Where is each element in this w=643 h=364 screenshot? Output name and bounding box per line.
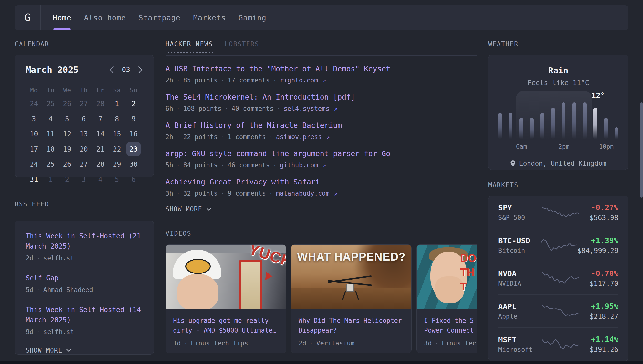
nav-tab-startpage[interactable]: Startpage bbox=[139, 5, 181, 30]
calendar-day[interactable]: 2 bbox=[125, 96, 142, 111]
market-row-msft[interactable]: MSFTMicrosoft+1.14%$391.26 bbox=[498, 328, 618, 360]
calendar-day[interactable]: 7 bbox=[92, 111, 109, 126]
market-sparkline bbox=[541, 238, 577, 253]
market-row-btc-usd[interactable]: BTC-USDBitcoin+1.39%$84,999.29 bbox=[498, 229, 618, 262]
calendar-day[interactable]: 6 bbox=[125, 172, 142, 187]
nav-tab-also-home[interactable]: Also home bbox=[84, 5, 126, 30]
video-thumbnail[interactable]: YUCK bbox=[166, 245, 286, 309]
rss-show-more-button[interactable]: SHOW MORE bbox=[26, 347, 143, 354]
news-item-link[interactable]: github.com ↗ bbox=[280, 162, 326, 169]
calendar-day[interactable]: 13 bbox=[76, 126, 92, 142]
calendar-day[interactable]: 21 bbox=[92, 142, 109, 157]
rss-item-title[interactable]: This Week in Self-Hosted (21 March 2025) bbox=[26, 231, 143, 252]
calendar-day-number: 29 bbox=[110, 157, 124, 171]
calendar-day[interactable]: 15 bbox=[109, 126, 125, 142]
rss-item-title[interactable]: This Week in Self-Hosted (14 March 2025) bbox=[26, 305, 143, 325]
calendar-day[interactable]: 25 bbox=[42, 96, 59, 111]
app-logo[interactable]: G bbox=[15, 5, 41, 30]
calendar-day[interactable]: 24 bbox=[26, 96, 42, 111]
nav-tab-markets[interactable]: Markets bbox=[193, 5, 226, 30]
video-thumbnail[interactable]: WHAT HAPPENED? bbox=[291, 245, 411, 309]
nav-tab-home[interactable]: Home bbox=[53, 5, 71, 30]
calendar-day[interactable]: 14 bbox=[92, 126, 109, 142]
news-item-link[interactable]: asimov.press ↗ bbox=[276, 133, 330, 140]
calendar-day[interactable]: 31 bbox=[26, 172, 42, 187]
calendar-day[interactable]: 27 bbox=[76, 157, 92, 172]
calendar-day[interactable]: 5 bbox=[59, 111, 76, 126]
video-card[interactable]: DOTHTI Fixed the 5 Power Connect3d·Linus… bbox=[416, 244, 477, 353]
rss-item[interactable]: Self Gap5d·Ahmad Shadeed bbox=[26, 273, 143, 294]
calendar-day[interactable]: 4 bbox=[42, 111, 59, 126]
calendar-day[interactable]: 20 bbox=[76, 142, 92, 157]
calendar-day[interactable]: 3 bbox=[26, 111, 42, 126]
market-row-aapl[interactable]: AAPLApple+1.95%$218.27 bbox=[498, 295, 618, 328]
market-row-nvda[interactable]: NVDANVIDIA-0.70%$117.70 bbox=[498, 262, 618, 295]
calendar-day[interactable]: 9 bbox=[125, 111, 142, 126]
calendar-day[interactable]: 26 bbox=[59, 157, 76, 172]
calendar-day[interactable]: 18 bbox=[42, 142, 59, 157]
calendar-day[interactable]: 5 bbox=[109, 172, 125, 187]
video-title[interactable]: I Fixed the 5 Power Connect bbox=[424, 316, 477, 335]
dot-separator: · bbox=[177, 77, 180, 84]
news-item-link[interactable]: sel4.systems ↗ bbox=[284, 105, 338, 112]
news-item[interactable]: A USB Interface to the "Mother of All De… bbox=[166, 64, 477, 84]
weather-bar-6pm bbox=[583, 102, 587, 139]
video-title[interactable]: His upgrade got me really dirty - AMD $5… bbox=[173, 316, 279, 335]
rss-item-title[interactable]: Self Gap bbox=[26, 273, 143, 283]
market-sparkline bbox=[542, 336, 579, 352]
calendar-day[interactable]: 3 bbox=[76, 172, 92, 187]
video-thumbnail[interactable]: DOTHT bbox=[417, 245, 477, 309]
news-show-more-button[interactable]: SHOW MORE bbox=[166, 206, 477, 213]
news-item-title[interactable]: A Brief History of the Miracle Bacterium bbox=[166, 120, 477, 130]
calendar-day[interactable]: 10 bbox=[26, 126, 42, 142]
video-card[interactable]: WHAT HAPPENED?Why Did The Mars Helicopte… bbox=[291, 244, 412, 353]
news-item[interactable]: argp: GNU-style command line argument pa… bbox=[166, 149, 477, 169]
page-scrollbar[interactable] bbox=[640, 102, 642, 198]
news-tab-hacker-news[interactable]: HACKER NEWS bbox=[166, 40, 213, 53]
market-row-spy[interactable]: SPYS&P 500-0.27%$563.98 bbox=[498, 196, 618, 229]
calendar-day[interactable]: 28 bbox=[92, 157, 109, 172]
calendar-weekday: Mo bbox=[26, 84, 42, 96]
calendar-day[interactable]: 26 bbox=[59, 96, 76, 111]
calendar-day[interactable]: 12 bbox=[59, 126, 76, 142]
news-item-title[interactable]: argp: GNU-style command line argument pa… bbox=[166, 149, 477, 158]
calendar-day[interactable]: 1 bbox=[109, 96, 125, 111]
calendar-day[interactable]: 22 bbox=[109, 142, 125, 157]
calendar-day[interactable]: 6 bbox=[76, 111, 92, 126]
news-item[interactable]: A Brief History of the Miracle Bacterium… bbox=[166, 120, 477, 140]
news-item[interactable]: Achieving Great Privacy with Safari3h·32… bbox=[166, 177, 477, 197]
calendar-day[interactable]: 25 bbox=[42, 157, 59, 172]
calendar-next-button[interactable] bbox=[138, 66, 143, 74]
dot-separator: · bbox=[225, 106, 228, 112]
news-item-title[interactable]: Achieving Great Privacy with Safari bbox=[166, 177, 477, 187]
calendar-day[interactable]: 28 bbox=[92, 96, 109, 111]
news-item-title[interactable]: The SeL4 Microkernel: An Introduction [p… bbox=[166, 92, 477, 102]
calendar-day[interactable]: 4 bbox=[92, 172, 109, 187]
nav-tab-gaming[interactable]: Gaming bbox=[239, 5, 266, 30]
dot-separator: · bbox=[37, 287, 40, 293]
calendar-day[interactable]: 1 bbox=[42, 172, 59, 187]
calendar-day[interactable]: 11 bbox=[42, 126, 59, 142]
calendar-day-number: 20 bbox=[77, 142, 91, 156]
rss-item[interactable]: This Week in Self-Hosted (21 March 2025)… bbox=[26, 231, 143, 262]
calendar-day[interactable]: 24 bbox=[26, 157, 42, 172]
news-tab-lobsters[interactable]: LOBSTERS bbox=[225, 40, 259, 53]
calendar-day[interactable]: 27 bbox=[76, 96, 92, 111]
video-title[interactable]: Why Did The Mars Helicopter Disappear? bbox=[299, 316, 404, 335]
calendar-prev-button[interactable] bbox=[109, 66, 115, 74]
calendar-day[interactable]: 30 bbox=[125, 157, 142, 172]
calendar-day[interactable]: 23 bbox=[125, 142, 142, 157]
news-item-link[interactable]: matanabudy.com ↗ bbox=[276, 190, 338, 197]
news-item-link[interactable]: righto.com ↗ bbox=[280, 76, 326, 84]
calendar-day[interactable]: 16 bbox=[125, 126, 142, 142]
calendar-day[interactable]: 8 bbox=[109, 111, 125, 126]
calendar-day[interactable]: 19 bbox=[59, 142, 76, 157]
calendar-day[interactable]: 29 bbox=[109, 157, 125, 172]
video-card[interactable]: YUCKHis upgrade got me really dirty - AM… bbox=[166, 244, 286, 353]
rss-item[interactable]: This Week in Self-Hosted (14 March 2025)… bbox=[26, 305, 143, 336]
news-item[interactable]: The SeL4 Microkernel: An Introduction [p… bbox=[166, 92, 477, 112]
market-price: $84,999.29 bbox=[577, 247, 618, 255]
calendar-day[interactable]: 2 bbox=[59, 172, 76, 187]
calendar-day[interactable]: 17 bbox=[26, 142, 42, 157]
news-item-title[interactable]: A USB Interface to the "Mother of All De… bbox=[166, 64, 477, 74]
